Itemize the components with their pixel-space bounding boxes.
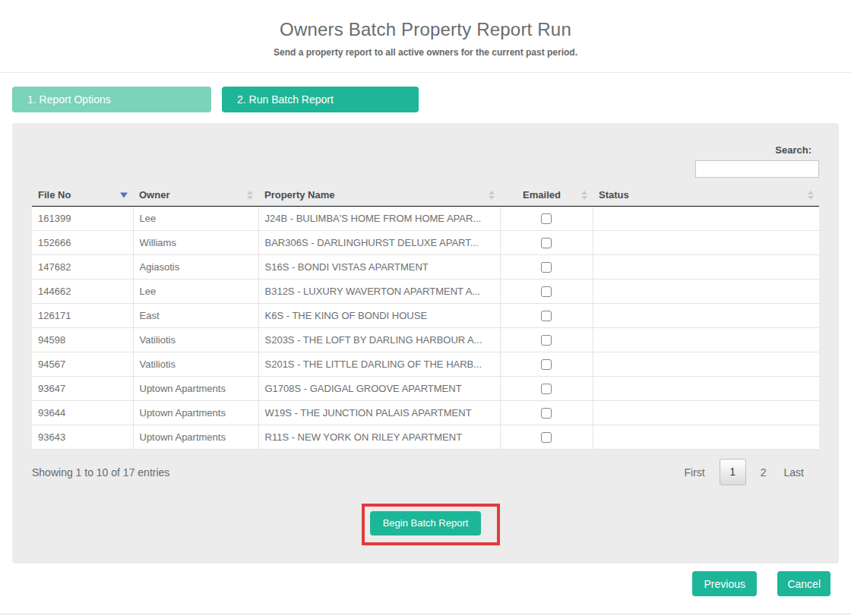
sort-desc-icon [120,192,128,197]
file-no-cell: 94567 [32,352,133,376]
sort-both-icon [247,191,253,200]
status-cell [593,206,819,230]
emailed-cell [500,425,593,449]
file-no-cell: 126171 [32,303,133,327]
column-header-property-name[interactable]: Property Name [258,185,500,206]
previous-button[interactable]: Previous [692,571,756,596]
file-no-cell: 93647 [32,376,133,400]
emailed-checkbox[interactable] [541,408,552,419]
owner-cell: Uptown Apartments [133,376,258,400]
emailed-cell [500,376,593,400]
column-header-status[interactable]: Status [593,185,819,206]
property-name-cell: W19S - THE JUNCTION PALAIS APARTMENT [258,400,500,425]
pagination-first[interactable]: First [682,466,708,479]
table-row: 94598 Vatiliotis S203S - THE LOFT BY DAR… [32,327,819,352]
tab-run-batch-report[interactable]: 2. Run Batch Report [222,87,419,112]
page-title: Owners Batch Property Report Run [0,0,851,40]
emailed-cell [500,400,593,425]
file-no-cell: 93643 [32,425,133,449]
table-row: 93647 Uptown Apartments G1708S - GADIGAL… [32,376,819,400]
bottom-actions: Previous Cancel [0,571,830,596]
emailed-cell [500,303,593,327]
emailed-checkbox[interactable] [541,286,552,297]
emailed-checkbox[interactable] [541,262,552,273]
property-name-cell: K6S - THE KING OF BONDI HOUSE [258,303,500,327]
owner-cell: East [133,303,258,327]
emailed-checkbox[interactable] [541,359,552,370]
emailed-cell [500,279,593,303]
emailed-checkbox[interactable] [541,384,552,394]
property-name-cell: R11S - NEW YORK ON RILEY APARTMENT [258,425,500,449]
bottom-divider [0,614,851,614]
status-cell [593,376,819,400]
begin-batch-report-button[interactable]: Begin Batch Report [370,511,482,535]
file-no-cell: 93644 [32,400,133,425]
column-header-emailed[interactable]: Emailed [500,185,593,206]
column-header-owner[interactable]: Owner [133,185,258,206]
emailed-checkbox[interactable] [541,335,552,346]
property-name-cell: B312S - LUXURY WAVERTON APARTMENT A... [258,279,500,303]
tab-report-options[interactable]: 1. Report Options [12,87,211,112]
property-name-cell: S203S - THE LOFT BY DARLING HARBOUR A... [258,327,500,352]
status-cell [593,327,819,352]
status-cell [593,303,819,327]
showing-entries-text: Showing 1 to 10 of 17 entries [32,466,169,479]
tab-run-batch-report-label: 2. Run Batch Report [237,93,334,106]
table-row: 147682 Agiasotis S16S - BONDI VISTAS APA… [32,254,819,279]
emailed-checkbox[interactable] [541,238,552,248]
table-row: 93643 Uptown Apartments R11S - NEW YORK … [32,425,819,449]
begin-button-row: Begin Batch Report [32,504,819,545]
status-cell [593,254,819,279]
table-row: 126171 East K6S - THE KING OF BONDI HOUS… [32,303,819,327]
emailed-checkbox[interactable] [541,213,552,224]
pagination-page-2[interactable]: 2 [758,466,770,479]
tab-report-options-label: 1. Report Options [27,93,111,106]
table-row: 161399 Lee J24B - BULIMBA'S HOME FROM HO… [32,206,819,230]
status-cell [593,400,819,425]
file-no-cell: 152666 [32,230,133,254]
file-no-cell: 161399 [32,206,133,230]
file-no-cell: 144662 [32,279,133,303]
pagination-last[interactable]: Last [781,466,807,479]
owner-cell: Lee [133,279,258,303]
page-header: Owners Batch Property Report Run Send a … [0,0,851,73]
status-cell [593,279,819,303]
table-footer: Showing 1 to 10 of 17 entries First 1 2 … [32,459,819,486]
column-header-file-no[interactable]: File No [32,185,133,206]
file-no-cell: 147682 [32,254,133,279]
sort-both-icon [808,191,814,200]
property-name-cell: G1708S - GADIGAL GROOVE APARTMENT [258,376,500,400]
owner-cell: Vatiliotis [133,327,258,352]
sort-both-icon [489,191,495,200]
emailed-checkbox[interactable] [541,311,552,321]
table-row: 152666 Williams BAR306S - DARLINGHURST D… [32,230,819,254]
cancel-button[interactable]: Cancel [777,571,830,596]
table-header-row: File No Owner Property Name [32,185,819,206]
file-no-cell: 94598 [32,327,133,352]
emailed-cell [500,206,593,230]
table-row: 93644 Uptown Apartments W19S - THE JUNCT… [32,400,819,425]
annotation-highlight-box: Begin Batch Report [362,504,501,545]
sort-both-icon [581,191,587,200]
search-label: Search: [775,144,819,156]
owner-cell: Lee [133,206,258,230]
owner-cell: Uptown Apartments [133,425,258,449]
owner-cell: Vatiliotis [133,352,258,376]
emailed-cell [500,230,593,254]
property-name-cell: S16S - BONDI VISTAS APARTMENT [258,254,500,279]
search-input[interactable] [695,160,819,178]
owner-cell: Agiasotis [133,254,258,279]
pagination: First 1 2 Last [682,459,807,485]
report-panel: Search: File No Owner [12,123,839,564]
page-subtitle: Send a property report to all active own… [0,47,851,58]
table-row: 94567 Vatiliotis S201S - THE LITTLE DARL… [32,352,819,376]
table-row: 144662 Lee B312S - LUXURY WAVERTON APART… [32,279,819,303]
owner-cell: Williams [133,230,258,254]
status-cell [593,425,819,449]
table-body: 161399 Lee J24B - BULIMBA'S HOME FROM HO… [32,206,819,449]
pagination-page-1[interactable]: 1 [720,459,746,485]
status-cell [593,230,819,254]
emailed-checkbox[interactable] [541,432,552,443]
property-name-cell: S201S - THE LITTLE DARLING OF THE HARB..… [258,352,500,376]
search-area: Search: [32,143,819,178]
